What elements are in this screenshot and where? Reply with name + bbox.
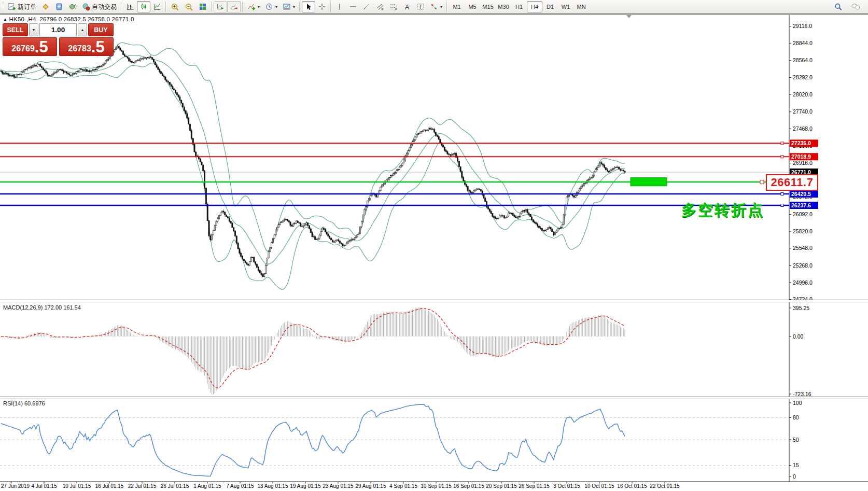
diamond-icon (41, 3, 50, 11)
svg-text:26916.0: 26916.0 (793, 160, 813, 166)
highlight-zone[interactable] (631, 178, 667, 186)
panel-splitter-rsi[interactable] (0, 397, 868, 399)
tab-timeframe-m5[interactable]: M5 (465, 1, 480, 12)
rsi-axis-tick: 0 (793, 473, 796, 480)
sell-button[interactable]: SELL (3, 23, 28, 36)
bar-chart-button[interactable] (123, 1, 137, 12)
chinese-note-text[interactable]: 多空转折点 (681, 200, 764, 221)
vertical-line-button[interactable] (333, 1, 346, 12)
volume-decrease-button[interactable]: ▼ (29, 23, 38, 36)
auto-scroll-icon (216, 3, 225, 11)
ohlc-open: 26796.0 (39, 16, 62, 22)
text-label-button[interactable]: T (414, 1, 427, 12)
horizontal-line-button[interactable] (346, 1, 360, 12)
tab-timeframe-d1[interactable]: D1 (542, 1, 558, 12)
templates-button[interactable]: ▾ (280, 1, 298, 12)
candlestick-chart-button[interactable] (137, 1, 150, 12)
chat-icon (851, 3, 860, 11)
zoom-out-button[interactable] (182, 1, 196, 12)
chart-shift-button[interactable] (227, 1, 241, 12)
cursor-button[interactable] (302, 1, 315, 12)
text-a-icon: A (403, 3, 411, 11)
buy-price-pip: .5 (91, 40, 105, 54)
zoom-in-icon (171, 3, 179, 11)
svg-text:19 Aug 01:15: 19 Aug 01:15 (290, 483, 321, 489)
macd-axis-tick: 395.25 (793, 305, 809, 311)
time-axis[interactable]: 27 Jun 20194 Jul 01:1510 Jul 01:1516 Jul… (1, 482, 680, 489)
trendline-button[interactable] (360, 1, 373, 12)
support-line-1-price-label[interactable]: 26420.5 (790, 190, 818, 198)
buy-price-button[interactable]: 26783.5 (59, 37, 114, 56)
callout-anchor[interactable] (760, 180, 764, 184)
volume-input[interactable]: 1.00 (39, 23, 77, 36)
collapse-arrow-icon[interactable]: ▲ (3, 17, 7, 22)
caret-down-icon: ▾ (275, 5, 277, 9)
support-line-2-price-label[interactable]: 26237.6 (790, 202, 818, 209)
resistance-line-1-handle[interactable] (781, 142, 783, 145)
price-axis[interactable]: 29116.028844.028564.028292.028020.027740… (789, 15, 813, 482)
svg-text:10 Sep 01:15: 10 Sep 01:15 (421, 483, 452, 489)
periods-button[interactable]: ▾ (262, 1, 280, 12)
trendline-icon (362, 3, 371, 11)
search-button[interactable] (831, 1, 845, 12)
clock-icon (265, 3, 273, 11)
rsi-axis-tick: 50 (793, 437, 799, 443)
buy-button[interactable]: BUY (88, 23, 114, 36)
channel-button[interactable]: E (373, 1, 387, 12)
price-callout-label[interactable]: 26611.7 (766, 174, 818, 191)
one-click-trading-panel: SELL ▼ 1.00 ▲ BUY 26769.5 26783.5 (3, 23, 114, 56)
tab-timeframe-w1[interactable]: W1 (558, 1, 573, 12)
tile-windows-button[interactable] (196, 1, 209, 12)
terminal-button[interactable] (52, 1, 66, 12)
separator (121, 2, 122, 12)
panel-splitter-macd[interactable] (0, 300, 868, 302)
bollinger-lower (1, 63, 625, 290)
tab-timeframe-m15[interactable]: M15 (480, 1, 496, 12)
tab-timeframe-mn[interactable]: MN (573, 1, 589, 12)
toolbar-grip[interactable] (2, 2, 4, 11)
candles (1, 45, 625, 277)
auto-trading-button[interactable]: 自动交易 (79, 1, 119, 12)
new-order-icon (8, 3, 16, 11)
indicators-button[interactable]: ▾ (245, 1, 262, 12)
bollinger-bands (1, 43, 625, 289)
resistance-line-2-price-label[interactable]: 27018.9 (790, 153, 818, 160)
chart-shift-marker-icon[interactable] (626, 15, 632, 18)
new-order-button[interactable]: 新订单 (5, 1, 39, 12)
line-chart-button[interactable] (150, 1, 164, 12)
chat-button[interactable] (848, 1, 863, 12)
resistance-line-1-price-label[interactable]: 27235.0 (790, 139, 818, 147)
line-chart-icon (153, 3, 161, 11)
macd-signal-value: 161.54 (63, 304, 81, 311)
support-line-2-handle[interactable] (781, 204, 783, 207)
tab-timeframe-m1[interactable]: M1 (449, 1, 465, 12)
svg-text:26 Sep 01:15: 26 Sep 01:15 (519, 483, 550, 489)
macd-indicator-label: MACD(12,26,9) 172.00 161.54 (3, 304, 81, 311)
volume-increase-button[interactable]: ▲ (78, 23, 87, 36)
separator (211, 2, 212, 12)
svg-text:4 Sep 01:15: 4 Sep 01:15 (389, 483, 417, 489)
chart-canvas[interactable]: 29116.028844.028564.028292.028020.027740… (0, 0, 868, 491)
support-line-1-handle[interactable] (781, 193, 783, 195)
cursor-icon (304, 3, 313, 11)
text-button[interactable]: A (400, 1, 414, 12)
fibonacci-button[interactable]: F (387, 1, 400, 12)
svg-text:27235.0: 27235.0 (791, 140, 811, 146)
svg-text:26 Jul 01:15: 26 Jul 01:15 (161, 483, 189, 489)
market-watch-button[interactable] (39, 1, 52, 12)
svg-text:20 Sep 01:15: 20 Sep 01:15 (486, 483, 517, 489)
alerts-button[interactable] (66, 1, 79, 12)
tab-timeframe-h4[interactable]: H4 (527, 1, 542, 12)
resistance-line-2-handle[interactable] (781, 156, 783, 158)
crosshair-button[interactable] (315, 1, 329, 12)
tab-timeframe-h1[interactable]: H1 (511, 1, 527, 12)
sell-price-button[interactable]: 26769.5 (3, 37, 57, 56)
arrows-button[interactable]: ▾ (427, 1, 445, 12)
rsi-value: 60.6976 (24, 400, 45, 406)
zoom-in-button[interactable] (168, 1, 182, 12)
auto-scroll-button[interactable] (214, 1, 227, 12)
tab-timeframe-m30[interactable]: M30 (496, 1, 511, 12)
candle-wicks (1, 45, 625, 277)
svg-text:25548.0: 25548.0 (793, 245, 813, 251)
sell-price-pip: .5 (35, 40, 48, 54)
